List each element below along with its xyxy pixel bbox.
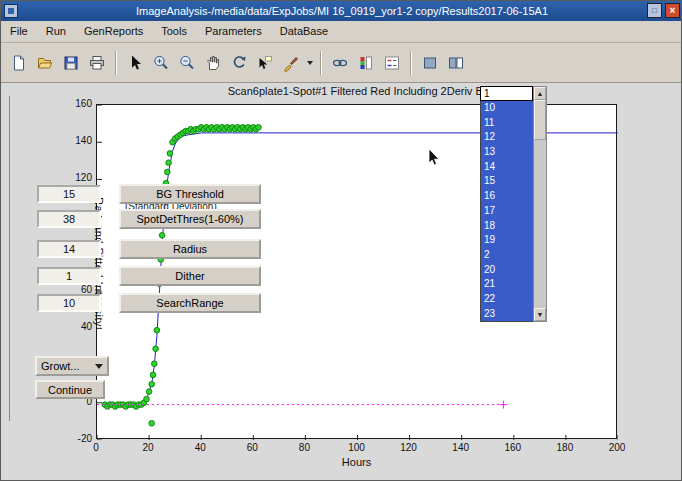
dropdown-item[interactable]: 21: [481, 277, 533, 292]
pan-icon[interactable]: [200, 50, 226, 76]
x-tick-label: 180: [550, 442, 580, 453]
title-bar: ImageAnalysis-/media/data/ExpJobs/MI 16_…: [1, 1, 682, 21]
dropdown-item[interactable]: 19: [481, 233, 533, 248]
dropdown-item[interactable]: 10: [481, 101, 533, 116]
toolbar-separator: [115, 51, 117, 75]
scroll-up-arrow-icon[interactable]: ▲: [534, 87, 546, 100]
dropdown-item[interactable]: 2: [481, 248, 533, 263]
dither-input[interactable]: [37, 267, 101, 285]
open-folder-icon[interactable]: [32, 50, 58, 76]
link-plot-icon[interactable]: [327, 50, 353, 76]
pointer-icon[interactable]: [122, 50, 148, 76]
y-tick-label: 140: [60, 135, 92, 146]
spotdet-thres-button[interactable]: SpotDetThres(1-60%): [119, 209, 261, 229]
radius-input[interactable]: [37, 240, 101, 258]
toolbar: [1, 43, 682, 83]
brush-dropdown-arrow-icon[interactable]: [304, 50, 315, 76]
dropdown-item[interactable]: 17: [481, 204, 533, 219]
dropdown-item[interactable]: 16: [481, 189, 533, 204]
growth-popup-label: Growt...: [41, 360, 80, 372]
menu-genreports[interactable]: GenReports: [75, 21, 152, 42]
x-tick-label: 100: [342, 442, 372, 453]
x-tick-label: 20: [133, 442, 163, 453]
new-document-icon[interactable]: [6, 50, 32, 76]
x-tick-label: 80: [289, 442, 319, 453]
print-icon[interactable]: [84, 50, 110, 76]
dropdown-item[interactable]: 23: [481, 307, 533, 322]
data-cursor-icon[interactable]: [252, 50, 278, 76]
dropdown-item[interactable]: 12: [481, 130, 533, 145]
menu-bar: FileRunGenReportsToolsParametersDataBase: [1, 21, 682, 43]
toolbar-separator: [410, 51, 412, 75]
maximize-icon: □: [652, 6, 657, 15]
x-tick-label: 40: [185, 442, 215, 453]
dropdown-selected-value[interactable]: 1: [480, 86, 533, 101]
mouse-cursor: [428, 148, 442, 172]
zoom-out-icon[interactable]: [174, 50, 200, 76]
insert-colorbar-icon[interactable]: [353, 50, 379, 76]
menu-tools[interactable]: Tools: [152, 21, 196, 42]
continue-button[interactable]: Continue: [35, 380, 105, 399]
x-tick-label: 140: [446, 442, 476, 453]
x-tick-label: 200: [602, 442, 632, 453]
dropdown-list[interactable]: 10111213141516171819220212223: [480, 101, 533, 322]
y-tick-label: 40: [60, 321, 92, 332]
zoom-in-icon[interactable]: [148, 50, 174, 76]
x-tick-label: 160: [498, 442, 528, 453]
radius-button[interactable]: Radius: [119, 239, 261, 259]
menu-run[interactable]: Run: [37, 21, 75, 42]
menu-file[interactable]: File: [1, 21, 37, 42]
search-range-input[interactable]: [37, 294, 101, 312]
hide-plot-tools-icon[interactable]: [417, 50, 443, 76]
brush-icon[interactable]: [278, 50, 304, 76]
scrollbar-thumb[interactable]: [534, 100, 546, 140]
maximize-button[interactable]: □: [647, 3, 662, 18]
menu-parameters[interactable]: Parameters: [196, 21, 271, 42]
dropdown-item[interactable]: 22: [481, 292, 533, 307]
x-tick-label: 120: [394, 442, 424, 453]
x-tick-label: 60: [237, 442, 267, 453]
bg-threshold-button[interactable]: BG Threshold: [119, 184, 261, 204]
bg-threshold-input[interactable]: [37, 185, 101, 203]
window-title: ImageAnalysis-/media/data/ExpJobs/MI 16_…: [1, 1, 682, 21]
search-range-button[interactable]: SearchRange: [119, 293, 261, 313]
popup-arrow-icon: [95, 364, 103, 369]
close-icon: ×: [670, 5, 676, 16]
dropdown-item[interactable]: 18: [481, 219, 533, 234]
growth-popup[interactable]: Growt...: [35, 356, 109, 376]
dropdown-scrollbar[interactable]: ▲ ▼: [533, 86, 547, 322]
close-button[interactable]: ×: [665, 3, 680, 18]
plot-xlabel: Hours: [96, 456, 617, 468]
spotdet-thres-input[interactable]: [37, 210, 101, 228]
panel-border-line: [9, 96, 10, 421]
dropdown-item[interactable]: 11: [481, 116, 533, 131]
toolbar-separator: [320, 51, 322, 75]
save-icon[interactable]: [58, 50, 84, 76]
rotate-3d-icon[interactable]: [226, 50, 252, 76]
dropdown-item[interactable]: 13: [481, 145, 533, 160]
y-tick-label: 160: [60, 98, 92, 109]
menu-database[interactable]: DataBase: [271, 21, 337, 42]
dropdown-item[interactable]: 20: [481, 263, 533, 278]
dropdown-item[interactable]: 14: [481, 160, 533, 175]
insert-legend-icon[interactable]: [379, 50, 405, 76]
y-tick-label: 120: [60, 172, 92, 183]
dropdown-item[interactable]: 15: [481, 174, 533, 189]
window-icon[interactable]: [4, 4, 18, 18]
scroll-down-arrow-icon[interactable]: ▼: [534, 308, 546, 321]
dither-button[interactable]: Dither: [119, 266, 261, 286]
y-tick-label: -20: [60, 433, 92, 444]
show-plot-tools-icon[interactable]: [443, 50, 469, 76]
